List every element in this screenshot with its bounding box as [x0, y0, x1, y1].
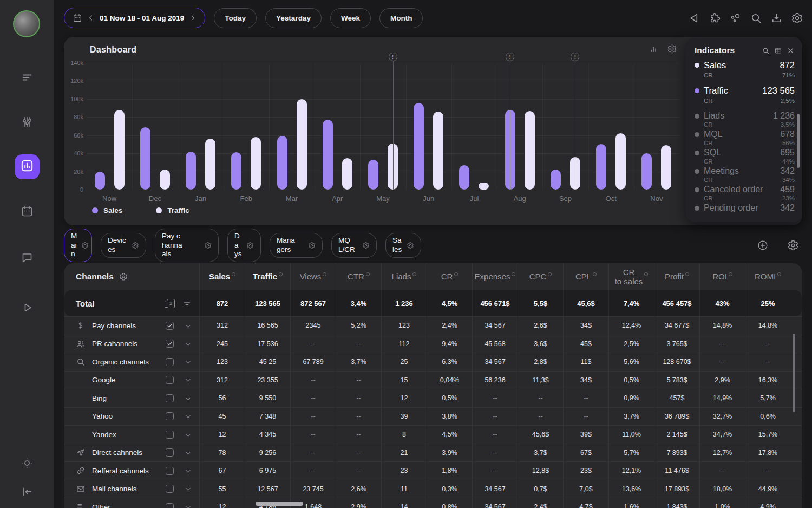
- tab-settings-icon[interactable]: [132, 242, 139, 249]
- tab-main[interactable]: Main: [64, 229, 92, 263]
- column-header-ctr[interactable]: CTR: [336, 263, 381, 290]
- legend-item-sales[interactable]: Sales: [92, 206, 122, 214]
- puzzle-icon[interactable]: [709, 12, 721, 24]
- indicator-canceled-order[interactable]: Canceled order 459 CR23%: [695, 185, 795, 201]
- mini-bar-chart-icon[interactable]: [649, 44, 659, 54]
- menu-icon[interactable]: [21, 71, 34, 84]
- traffic-bar[interactable]: [615, 133, 626, 190]
- chevron-down-icon[interactable]: [185, 413, 192, 420]
- table-row-mail-channels[interactable]: Mail channels 5512 56723 7452,6%110,3%34…: [64, 480, 802, 498]
- chevron-down-icon[interactable]: [185, 485, 192, 492]
- indicator-sales[interactable]: Sales 872 CR71%: [695, 60, 795, 79]
- chevron-down-icon[interactable]: [185, 431, 192, 438]
- quick-filter-today[interactable]: Today: [214, 8, 257, 28]
- row-checkbox[interactable]: [166, 431, 174, 439]
- traffic-bar[interactable]: [661, 145, 671, 190]
- column-header-profit[interactable]: Profit: [654, 263, 699, 290]
- row-checkbox[interactable]: [166, 485, 174, 493]
- chevron-down-icon[interactable]: [185, 359, 192, 366]
- traffic-bar[interactable]: [525, 111, 535, 190]
- table-row-bing[interactable]: Bing 569 550----120,5%------0,9%457$14,9…: [64, 389, 802, 407]
- sales-bar[interactable]: [277, 136, 287, 190]
- indicator-liads[interactable]: Liads 1 236 CR3,5%: [695, 111, 795, 128]
- sales-bar[interactable]: [459, 165, 469, 190]
- chevron-down-icon[interactable]: [185, 504, 192, 508]
- sales-bar[interactable]: [551, 170, 561, 190]
- tab-settings-icon[interactable]: [308, 242, 316, 249]
- settings-icon[interactable]: [791, 12, 803, 24]
- tab-pay-channaals[interactable]: Pay channaals: [155, 229, 219, 263]
- info-icon[interactable]: [512, 272, 515, 276]
- column-header-views[interactable]: Views: [290, 263, 336, 290]
- legend-item-traffic[interactable]: Traffic: [156, 206, 189, 214]
- traffic-bar[interactable]: [297, 99, 307, 190]
- tab-settings-icon[interactable]: [81, 242, 89, 249]
- row-checkbox[interactable]: [166, 358, 174, 366]
- sales-bar[interactable]: !: [505, 110, 515, 190]
- tab-sales[interactable]: Sales: [385, 233, 421, 258]
- indicators-scrollbar[interactable]: [797, 114, 800, 168]
- sales-bar[interactable]: [140, 127, 150, 190]
- sidebar-calendar-icon[interactable]: [21, 205, 34, 218]
- row-checkbox[interactable]: [166, 394, 174, 402]
- table-row-refferal-cahnnels[interactable]: Refferal cahnnels 676 975----231,8%--12,…: [64, 461, 802, 480]
- info-icon[interactable]: [279, 272, 283, 276]
- sidebar-item-analytics[interactable]: [15, 154, 40, 179]
- table-scrollbar[interactable]: [793, 334, 795, 412]
- column-header-cpc[interactable]: CPC: [518, 263, 563, 290]
- chevron-down-icon[interactable]: [185, 395, 192, 402]
- info-icon[interactable]: [412, 272, 416, 276]
- info-icon[interactable]: [454, 272, 458, 276]
- date-range-picker[interactable]: 01 Now 18 - 01 Aug 2019: [64, 8, 205, 28]
- sales-bar[interactable]: [414, 103, 424, 190]
- table-settings-icon[interactable]: [119, 272, 128, 281]
- indicators-table-icon[interactable]: [774, 47, 782, 55]
- indicators-search-icon[interactable]: [762, 47, 770, 55]
- row-checkbox[interactable]: [166, 412, 174, 420]
- traffic-bar[interactable]: [205, 139, 215, 190]
- info-icon[interactable]: [548, 272, 552, 276]
- chevron-down-icon[interactable]: [185, 322, 192, 329]
- collapse-sidebar-icon[interactable]: [21, 485, 34, 498]
- add-tab-button[interactable]: [757, 239, 769, 251]
- indicator-sql[interactable]: SQL 695 CR44%: [695, 148, 795, 165]
- traffic-bar[interactable]: [114, 110, 125, 190]
- column-header-sales[interactable]: Sales: [199, 263, 245, 290]
- quick-filter-month[interactable]: Month: [379, 8, 423, 28]
- info-icon[interactable]: [685, 272, 689, 276]
- date-prev-icon[interactable]: [87, 14, 95, 22]
- filters-icon[interactable]: [21, 115, 34, 128]
- download-icon[interactable]: [770, 12, 783, 24]
- traffic-bar[interactable]: [160, 170, 170, 190]
- row-checkbox[interactable]: [166, 503, 174, 508]
- pages-icon[interactable]: 2: [167, 299, 175, 308]
- sales-bar[interactable]: [231, 152, 241, 190]
- column-header-expenses[interactable]: Expenses: [472, 263, 518, 290]
- chevron-down-icon[interactable]: [185, 449, 192, 456]
- tab-settings-icon[interactable]: [362, 242, 370, 249]
- sales-bar[interactable]: [596, 144, 606, 190]
- search-icon[interactable]: [750, 12, 762, 24]
- indicator-traffic[interactable]: Traffic 123 565 CR2,5%: [695, 86, 795, 104]
- tab-mql-cr[interactable]: MQL/CR: [331, 233, 377, 258]
- table-row-google[interactable]: Google 31223 355----150,04%56 23611,3$34…: [64, 371, 802, 389]
- tab-settings-icon[interactable]: [204, 242, 212, 249]
- sales-bar[interactable]: [186, 152, 196, 190]
- traffic-bar[interactable]: [251, 137, 261, 190]
- info-icon[interactable]: [777, 272, 781, 276]
- quick-filter-yestarday[interactable]: Yestarday: [265, 8, 322, 28]
- indicator-pending-order[interactable]: Pending order 342: [695, 203, 795, 213]
- indicator-meetings[interactable]: Meetings 342 CR34%: [695, 166, 795, 183]
- column-header-cpl[interactable]: CPL: [563, 263, 608, 290]
- sales-bar[interactable]: [323, 120, 333, 190]
- play-icon[interactable]: [21, 301, 34, 314]
- row-checkbox[interactable]: [166, 376, 174, 384]
- chevron-down-icon[interactable]: [185, 376, 192, 383]
- traffic-bar[interactable]: [433, 112, 443, 190]
- row-checkbox[interactable]: [166, 322, 174, 330]
- traffic-bar[interactable]: [479, 183, 489, 190]
- info-icon[interactable]: [232, 272, 235, 276]
- date-next-icon[interactable]: [189, 14, 197, 22]
- row-checkbox[interactable]: [166, 448, 174, 457]
- sales-bar[interactable]: [641, 153, 652, 190]
